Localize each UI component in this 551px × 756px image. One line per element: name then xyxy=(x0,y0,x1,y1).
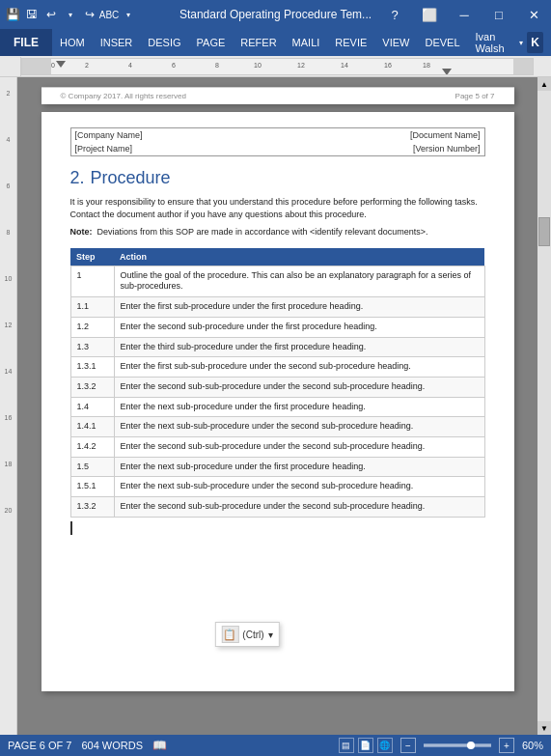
window-title: Standard Operating Procedure Tem... xyxy=(179,8,372,21)
undo-icon[interactable]: ↩ xyxy=(42,6,60,23)
chevron-down-icon: ▾ xyxy=(519,39,523,47)
line-number: 6 xyxy=(0,174,16,197)
minimize-button[interactable]: ─ xyxy=(447,0,482,29)
scroll-thumb[interactable] xyxy=(538,217,550,246)
action-cell: Enter the third sub-procedure under the … xyxy=(114,337,484,357)
quick-access-toolbar[interactable]: 💾 🖫 ↩ ▾ ↪ ABC ▾ xyxy=(0,6,137,23)
table-header-action: Action xyxy=(114,248,484,266)
intro-paragraph: It is your responsibility to ensure that… xyxy=(70,196,485,220)
table-row: 1.1Enter the first sub-procedure under t… xyxy=(70,297,484,318)
page-content: [Company Name] [Document Name] [Project … xyxy=(41,112,514,558)
scroll-down-button[interactable]: ▼ xyxy=(537,721,551,735)
table-header-step: Step xyxy=(70,248,114,266)
line-number xyxy=(0,151,16,174)
action-cell: Enter the next sub-sub-procedure under t… xyxy=(114,477,484,497)
line-number: 2 xyxy=(0,81,16,104)
paste-icon: 📋 xyxy=(221,626,238,643)
action-cell: Enter the second sub-sub-procedure under… xyxy=(114,497,484,518)
note-label: Note: xyxy=(70,227,93,237)
step-cell: 1 xyxy=(70,266,114,296)
ribbon-collapse-button[interactable]: ⬜ xyxy=(412,0,447,29)
zoom-slider-thumb[interactable] xyxy=(467,742,475,749)
maximize-button[interactable]: □ xyxy=(482,0,516,29)
document-page[interactable]: [Company Name] [Document Name] [Project … xyxy=(41,112,514,691)
save2-icon[interactable]: 🖫 xyxy=(23,6,41,23)
close-button[interactable]: ✕ xyxy=(516,0,551,29)
paste-dropdown-icon[interactable]: ▾ xyxy=(268,630,273,640)
layout-icon[interactable]: ▤ xyxy=(339,738,354,753)
ruler-area: 0 2 4 6 8 10 12 14 16 18 xyxy=(0,56,551,77)
title-bar: 💾 🖫 ↩ ▾ ↪ ABC ▾ Standard Operating Proce… xyxy=(0,0,551,29)
table-row: 1.3.1Enter the first sub-sub-procedure u… xyxy=(70,357,484,378)
table-row: 1.5Enter the next sub-procedure under th… xyxy=(70,457,484,477)
line-number: 16 xyxy=(0,406,16,429)
document-name-cell: [Document Name] xyxy=(274,128,484,143)
action-cell: Outline the goal of the procedure. This … xyxy=(114,266,484,296)
user-account[interactable]: Ivan Walsh ▾ K xyxy=(468,29,551,56)
note-content: Deviations from this SOP are made in acc… xyxy=(97,227,428,237)
tab-home[interactable]: HOM xyxy=(52,29,93,56)
document-header-table: [Company Name] [Document Name] [Project … xyxy=(70,127,485,156)
table-row: 1.5.1Enter the next sub-sub-procedure un… xyxy=(70,477,484,497)
line-number-panel: 2 4 6 8 10 12 14 16 18 20 xyxy=(0,77,17,735)
step-cell: 1.4 xyxy=(70,397,114,417)
section-heading: 2.Procedure xyxy=(70,168,485,188)
action-cell: Enter the first sub-sub-procedure under … xyxy=(114,357,484,378)
action-cell: Enter the next sub-procedure under the f… xyxy=(114,457,484,477)
tab-insert[interactable]: INSER xyxy=(93,29,141,56)
table-row: 1.4.1Enter the next sub-sub-procedure un… xyxy=(70,417,484,437)
spell-icon[interactable]: ABC xyxy=(100,6,118,23)
line-number: 10 xyxy=(0,266,16,290)
company-name-cell: [Company Name] xyxy=(70,128,274,143)
redo-icon[interactable]: ↪ xyxy=(81,6,98,23)
status-right: ▤ 📄 🌐 − + 60% xyxy=(339,738,543,753)
tab-developer[interactable]: DEVEL xyxy=(417,29,467,56)
status-bar: PAGE 6 OF 7 604 WORDS 📖 ▤ 📄 🌐 − + 60% xyxy=(0,735,551,756)
help-button[interactable]: ? xyxy=(377,0,412,29)
section-title: Procedure xyxy=(91,168,171,187)
table-row: 1.3.2Enter the second sub-sub-procedure … xyxy=(70,497,484,518)
table-row: 1.2Enter the second sub-procedure under … xyxy=(70,317,484,337)
zoom-out-button[interactable]: − xyxy=(400,738,416,753)
action-cell: Enter the next sub-procedure under the f… xyxy=(114,397,484,417)
line-number xyxy=(0,336,16,359)
line-number: 14 xyxy=(0,359,16,382)
document-area[interactable]: © Company 2017. All rights reserved Page… xyxy=(17,77,537,735)
undo-dropdown-icon[interactable]: ▾ xyxy=(62,6,79,23)
line-number xyxy=(0,290,16,313)
vertical-scrollbar[interactable]: ▲ ▼ xyxy=(537,77,551,735)
file-tab[interactable]: FILE xyxy=(0,29,52,56)
scroll-up-button[interactable]: ▲ xyxy=(537,77,551,91)
more-icon[interactable]: ▾ xyxy=(120,6,137,23)
page-number: Page 5 of 7 xyxy=(455,92,495,100)
avatar: K xyxy=(527,32,543,53)
step-cell: 1.5.1 xyxy=(70,477,114,497)
tab-page[interactable]: PAGE xyxy=(189,29,234,56)
tab-references[interactable]: REFER xyxy=(233,29,284,56)
proofing-icon[interactable]: 📖 xyxy=(152,739,167,752)
zoom-level: 60% xyxy=(522,740,543,751)
line-number: 18 xyxy=(0,452,16,475)
tab-view[interactable]: VIEW xyxy=(374,29,417,56)
note-paragraph: Note: Deviations from this SOP are made … xyxy=(70,226,485,238)
step-cell: 1.3 xyxy=(70,337,114,357)
section-number: 2. xyxy=(70,168,85,187)
read-icon[interactable]: 📄 xyxy=(358,738,373,753)
zoom-in-button[interactable]: + xyxy=(499,738,514,753)
tab-design[interactable]: DESIG xyxy=(140,29,188,56)
action-cell: Enter the first sub-procedure under the … xyxy=(114,297,484,318)
line-number: 4 xyxy=(0,127,16,151)
save-icon[interactable]: 💾 xyxy=(4,6,21,23)
web-icon[interactable]: 🌐 xyxy=(377,738,393,753)
user-name: Ivan Walsh xyxy=(476,31,516,54)
line-number xyxy=(0,197,16,220)
line-number xyxy=(0,243,16,266)
paste-tooltip[interactable]: 📋 (Ctrl) ▾ xyxy=(214,622,279,647)
tab-review[interactable]: REVIE xyxy=(327,29,374,56)
step-cell: 1.3.1 xyxy=(70,357,114,378)
line-number: 20 xyxy=(0,498,16,521)
zoom-slider[interactable] xyxy=(424,743,491,747)
tab-mailings[interactable]: MAILI xyxy=(285,29,328,56)
scroll-track[interactable] xyxy=(537,91,551,721)
procedure-table: Step Action 1Outline the goal of the pro… xyxy=(70,248,485,518)
